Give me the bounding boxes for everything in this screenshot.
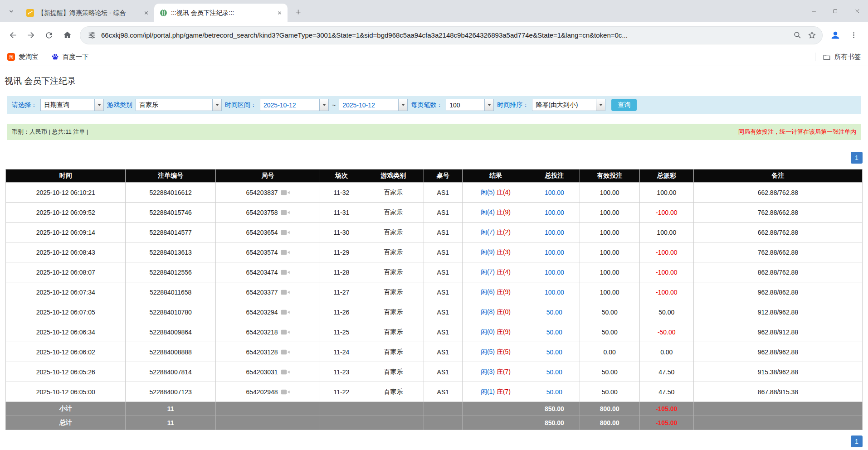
tab-bet-records[interactable]: :::视讯 会员下注纪录:::	[154, 4, 288, 22]
total-bet-link[interactable]: 100.00	[545, 209, 564, 216]
tab-close-icon[interactable]	[142, 9, 151, 17]
cell-result: 闲(1) 庄(7)	[462, 382, 529, 402]
cell-session: 11-22	[320, 382, 363, 402]
cell-time: 2025-10-12 06:08:43	[6, 242, 126, 262]
tab-close-icon[interactable]	[275, 9, 284, 17]
site-info-icon[interactable]	[87, 30, 97, 40]
cell-time: 2025-10-12 06:10:21	[6, 183, 126, 203]
search-button[interactable]: 查询	[611, 99, 637, 111]
page-size-select[interactable]: 100	[446, 99, 494, 111]
total-bet-link[interactable]: 100.00	[545, 269, 564, 276]
bookmark-taobao[interactable]: 淘 爱淘宝	[7, 53, 39, 61]
chevron-down-icon[interactable]	[319, 99, 328, 111]
video-replay-icon[interactable]	[281, 389, 290, 395]
video-replay-icon[interactable]	[281, 269, 290, 276]
zoom-icon[interactable]	[792, 30, 802, 40]
cell-bet-id: 522884011658	[126, 282, 215, 302]
url-text[interactable]: 66cxkj98.com/ipl/portal.php/game/betreco…	[101, 31, 788, 39]
video-replay-icon[interactable]	[281, 289, 290, 295]
date-range-label: 时间区间：	[225, 101, 257, 109]
cell-round: 654203031	[215, 362, 320, 382]
all-bookmarks-label: 所有书签	[834, 53, 861, 61]
total-bet-link[interactable]: 50.00	[546, 329, 562, 336]
bookmark-star-icon[interactable]	[807, 30, 817, 40]
summary-valid-bet: 800.00	[580, 416, 639, 430]
video-replay-icon[interactable]	[281, 349, 290, 355]
query-type-select[interactable]: 日期查询	[40, 99, 104, 111]
video-replay-icon[interactable]	[281, 329, 290, 335]
result-player: 闲(7)	[481, 228, 495, 236]
cell-session: 11-28	[320, 262, 363, 282]
bet-table-head-row: 时间注单编号局号场次游戏类别桌号结果总投注有效投注总派彩备注	[6, 169, 863, 183]
total-bet-link[interactable]: 100.00	[545, 229, 564, 236]
total-bet-link[interactable]: 100.00	[545, 189, 564, 196]
chevron-down-icon[interactable]	[484, 99, 493, 111]
cell-total-bet: 50.00	[529, 382, 580, 402]
summary-total-bet: 850.00	[529, 402, 580, 416]
omnibox[interactable]: 66cxkj98.com/ipl/portal.php/game/betreco…	[80, 26, 823, 44]
page-number-button[interactable]: 1	[851, 152, 863, 164]
tab-title: :::视讯 会员下注纪录:::	[171, 9, 272, 17]
video-replay-icon[interactable]	[281, 249, 290, 256]
cell-game-type: 百家乐	[363, 322, 424, 342]
video-replay-icon[interactable]	[281, 309, 290, 315]
total-bet-link[interactable]: 50.00	[546, 388, 562, 396]
cell-payout: -100.00	[639, 242, 693, 262]
page-content: 视讯 会员下注纪录 请选择： 日期查询 游戏类别 百家乐 时间区间： 2025-…	[0, 66, 868, 447]
result-player: 闲(4)	[481, 208, 495, 216]
minimize-button[interactable]	[803, 0, 824, 22]
cell-time: 2025-10-12 06:09:14	[6, 223, 126, 242]
cell-time: 2025-10-12 06:09:52	[6, 203, 126, 223]
cell-bet-id: 522884014577	[126, 223, 215, 242]
video-replay-icon[interactable]	[281, 369, 290, 375]
bookmark-baidu[interactable]: 百度一下	[51, 53, 89, 61]
close-button[interactable]	[846, 0, 868, 22]
date-to-select[interactable]: 2025-10-12	[339, 99, 408, 111]
column-header: 局号	[215, 169, 320, 183]
cell-result: 闲(7) 庄(4)	[462, 262, 529, 282]
cell-total-bet: 50.00	[529, 302, 580, 322]
forward-button[interactable]	[22, 26, 40, 44]
video-replay-icon[interactable]	[281, 189, 290, 196]
sort-select[interactable]: 降幂(由大到小)	[532, 99, 605, 111]
video-replay-icon[interactable]	[281, 209, 290, 216]
table-row: 2025-10-12 06:06:34522884009864654203218…	[6, 322, 863, 342]
summary-bar: 币别：人民币 | 总共:11 注单 | 同局有效投注，统一计算在该局第一张注单内	[7, 124, 861, 140]
page-number-button[interactable]: 1	[851, 435, 863, 447]
video-replay-icon[interactable]	[281, 229, 290, 236]
total-bet-link[interactable]: 50.00	[546, 348, 562, 356]
chevron-down-icon[interactable]	[596, 99, 605, 111]
total-bet-link[interactable]: 50.00	[546, 309, 562, 316]
menu-icon[interactable]	[844, 26, 863, 44]
home-button[interactable]	[58, 26, 76, 44]
summary-count: 11	[126, 416, 215, 430]
tab-search-button[interactable]	[5, 5, 17, 17]
date-from-select[interactable]: 2025-10-12	[260, 99, 329, 111]
cell-note: 962.88/912.88	[693, 322, 862, 342]
new-tab-button[interactable]	[291, 5, 305, 19]
all-bookmarks-button[interactable]: 所有书签	[823, 53, 861, 61]
profile-button[interactable]	[826, 26, 844, 44]
summary-note: 同局有效投注，统一计算在该局第一张注单内	[738, 128, 856, 136]
refresh-button[interactable]	[40, 26, 58, 44]
cell-table-no: AS1	[424, 282, 462, 302]
cell-table-no: AS1	[424, 223, 462, 242]
cell-session: 11-30	[320, 223, 363, 242]
cell-valid-bet: 50.00	[580, 322, 639, 342]
page-size-label: 每页笔数：	[411, 101, 443, 109]
cell-round: 654203218	[215, 322, 320, 342]
chevron-down-icon[interactable]	[212, 99, 221, 111]
taobao-icon: 淘	[7, 53, 15, 61]
maximize-button[interactable]	[824, 0, 846, 22]
game-type-select[interactable]: 百家乐	[136, 99, 222, 111]
site-favicon-icon	[160, 9, 167, 17]
back-button[interactable]	[4, 26, 22, 44]
cell-payout: -100.00	[639, 262, 693, 282]
total-bet-link[interactable]: 100.00	[545, 249, 564, 256]
tab-forum[interactable]: 【新提醒】海燕策略论坛 - 综合	[21, 4, 154, 22]
cell-bet-id: 522884015746	[126, 203, 215, 223]
chevron-down-icon[interactable]	[398, 99, 407, 111]
total-bet-link[interactable]: 100.00	[545, 289, 564, 296]
total-bet-link[interactable]: 50.00	[546, 368, 562, 376]
chevron-down-icon[interactable]	[94, 99, 103, 111]
